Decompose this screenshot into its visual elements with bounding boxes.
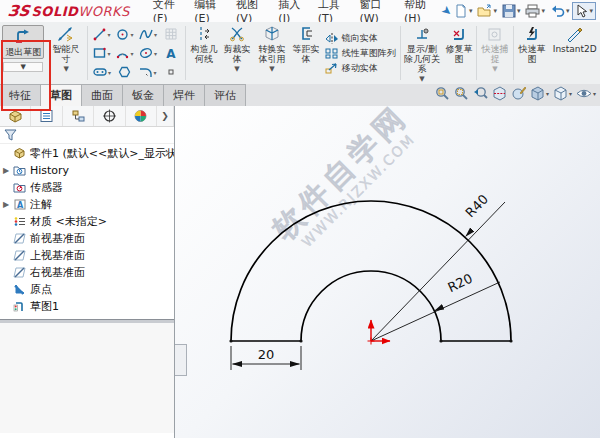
display-style-button[interactable]: ▾: [553, 86, 572, 101]
appearances-button[interactable]: [511, 86, 526, 101]
propertymanager-tab[interactable]: [31, 106, 62, 126]
new-document-icon: [454, 4, 468, 18]
featuremanager-tree-tab[interactable]: [0, 106, 31, 126]
tab-features[interactable]: 特征: [0, 84, 41, 106]
ellipse-tool-button[interactable]: ▾: [136, 44, 159, 63]
chevron-down-icon[interactable]: ▼: [234, 65, 239, 73]
rapid-sketch-button[interactable]: 快速草图: [514, 22, 549, 84]
logo-bold: SOLID: [31, 4, 78, 19]
fillet-tool-button[interactable]: ▾: [136, 63, 159, 82]
tree-item-annotations[interactable]: ▶ A 注解: [0, 196, 174, 213]
svg-text:A: A: [166, 47, 176, 60]
select-button[interactable]: ▾: [572, 2, 596, 20]
rectangle-tool-button[interactable]: ▾: [90, 44, 113, 63]
previous-view-button[interactable]: [473, 86, 488, 101]
point-tool-button[interactable]: [159, 63, 182, 82]
sketch-origin[interactable]: [368, 320, 391, 345]
undo-icon: [550, 4, 565, 18]
display-delete-relations-label: 显示/删除几何关系: [403, 44, 441, 74]
open-button[interactable]: ▾: [475, 3, 499, 19]
scene-icon: [530, 86, 545, 101]
hide-show-items-button[interactable]: ▾: [576, 87, 596, 100]
expand-arrow-icon[interactable]: ▶: [0, 166, 12, 175]
chevron-down-icon[interactable]: ▼: [269, 65, 274, 73]
chevron-down-icon[interactable]: ▾: [469, 7, 473, 15]
polygon-tool-button[interactable]: [113, 63, 136, 82]
circle-tool-button[interactable]: ▾: [113, 25, 136, 44]
move-entities-button[interactable]: 移动实体: [325, 62, 396, 75]
chevron-down-icon[interactable]: ▾: [517, 7, 521, 15]
slot-tool-icon: [93, 67, 107, 77]
chevron-down-icon[interactable]: ▼: [63, 65, 68, 73]
chevron-down-icon[interactable]: ▾: [541, 7, 545, 15]
tree-item-origin[interactable]: 原点: [0, 281, 174, 298]
zoom-fit-button[interactable]: [435, 86, 450, 101]
viewport-edge-widget[interactable]: [175, 344, 187, 376]
filter-funnel-icon: [4, 129, 17, 141]
tree-item-material[interactable]: 材质 <未指定>: [0, 213, 174, 230]
chevron-down-icon[interactable]: ▾: [569, 90, 572, 97]
tab-sheet-metal[interactable]: 钣金: [122, 84, 164, 106]
text-tool-button[interactable]: A: [159, 44, 182, 63]
manager-tabs-overflow[interactable]: ❯: [157, 106, 174, 126]
tree-item-sketch1[interactable]: 草图1: [0, 298, 174, 315]
part-name: 零件1 (默认<<默认>_显示状态 1>): [30, 146, 174, 161]
tree-item-label: 右视基准面: [30, 265, 85, 280]
arc-tool-button[interactable]: ▾: [113, 44, 136, 63]
print-button[interactable]: ▾: [523, 3, 547, 19]
spline-tool-button[interactable]: ▾: [136, 25, 159, 44]
chevron-down-icon[interactable]: ▾: [566, 7, 570, 15]
tree-item-sensors[interactable]: 传感器: [0, 179, 174, 196]
chevron-down-icon[interactable]: ▾: [493, 7, 497, 15]
origin-icon: [12, 284, 27, 295]
chevron-down-icon[interactable]: ▼: [419, 75, 424, 83]
tree-item-right-plane[interactable]: 右视基准面: [0, 264, 174, 281]
exit-sketch-dropdown[interactable]: ▼: [3, 62, 43, 72]
section-view-button[interactable]: [492, 86, 507, 101]
tab-surfaces[interactable]: 曲面: [81, 84, 123, 106]
tree-item-history[interactable]: ▶ History: [0, 162, 174, 179]
tab-evaluate[interactable]: 评估: [204, 84, 246, 106]
sketch-canvas[interactable]: 20 R40 R20: [175, 106, 600, 438]
dimxpertmanager-tab[interactable]: [94, 106, 125, 126]
line-tool-button[interactable]: ▾: [90, 25, 113, 44]
trim-entities-button[interactable]: 剪裁实体 ▼: [221, 22, 254, 84]
construction-geometry-icon: [197, 25, 211, 43]
zoom-area-button[interactable]: [454, 86, 469, 101]
tab-weldments[interactable]: 焊件: [163, 84, 205, 106]
construction-geometry-button[interactable]: 构造几何线: [187, 22, 220, 84]
tree-item-top-plane[interactable]: 上视基准面: [0, 247, 174, 264]
tree-root-part[interactable]: 零件1 (默认<<默认>_显示状态 1>): [0, 144, 174, 162]
graphics-area[interactable]: 软件自学网 WWW.RJZXW.COM: [175, 106, 600, 438]
new-document-button[interactable]: ▾: [452, 3, 475, 19]
offset-entities-button[interactable]: 等距实体: [291, 22, 322, 84]
chevron-down-icon[interactable]: ▾: [589, 7, 593, 15]
inner-radius-text[interactable]: R20: [445, 271, 475, 295]
displaymanager-tab[interactable]: [126, 106, 157, 126]
mirror-entities-button[interactable]: 镜向实体: [325, 32, 396, 45]
exit-sketch-button[interactable]: 退出草图 ▼: [0, 22, 47, 84]
undo-button[interactable]: ▾: [548, 3, 572, 19]
smart-dimension-button[interactable]: 智能尺寸 ▼: [47, 22, 86, 84]
tree-item-front-plane[interactable]: 前视基准面: [0, 230, 174, 247]
slot-tool-button[interactable]: ▾: [90, 63, 113, 82]
width-dimension-text[interactable]: 20: [258, 347, 275, 362]
linear-pattern-button[interactable]: 线性草图阵列: [325, 47, 396, 60]
chevron-down-icon[interactable]: ▾: [593, 90, 596, 97]
save-button[interactable]: ▾: [500, 3, 523, 19]
material-icon: [12, 216, 27, 227]
inner-radius-dimension[interactable]: [371, 282, 500, 341]
display-delete-relations-button[interactable]: 显示/删除几何关系 ▼: [402, 22, 443, 84]
tab-sketch[interactable]: 草图: [40, 84, 82, 106]
instant2d-button[interactable]: Instant2D: [549, 22, 600, 84]
scene-button[interactable]: ▾: [530, 86, 549, 101]
configurationmanager-tab[interactable]: [63, 106, 94, 126]
repair-sketch-button[interactable]: 修复草图: [442, 22, 475, 84]
convert-entities-button[interactable]: 转换实体引用 ▼: [254, 22, 291, 84]
mesh-tool-button[interactable]: [159, 25, 182, 44]
convert-entities-label: 转换实体引用: [255, 44, 289, 64]
chevron-down-icon[interactable]: ▾: [546, 90, 549, 97]
outer-radius-text[interactable]: R40: [462, 191, 491, 220]
expand-arrow-icon[interactable]: ▶: [0, 200, 12, 209]
tree-filter[interactable]: [0, 127, 174, 144]
